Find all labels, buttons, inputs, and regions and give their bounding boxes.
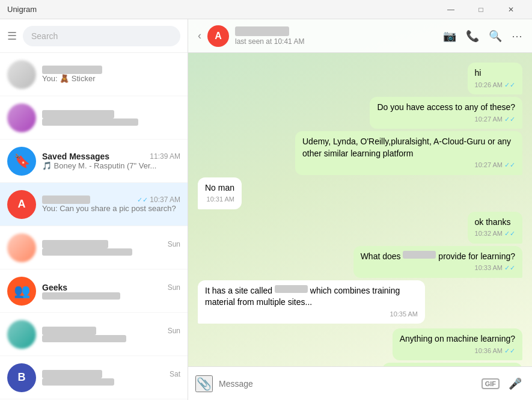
- chat-time: Sat: [170, 370, 180, 378]
- avatar: 🔖: [7, 147, 36, 176]
- chat-info: Sat: [42, 370, 180, 386]
- chat-name: [42, 240, 108, 248]
- mic-button[interactable]: 🎤: [506, 374, 525, 393]
- chat-info: Sun: [42, 240, 180, 256]
- call-icon[interactable]: 📞: [466, 29, 479, 43]
- avatar: 👥: [7, 277, 36, 306]
- chat-item[interactable]: You: 🧸 Sticker: [0, 53, 188, 96]
- search-box[interactable]: Search: [23, 26, 180, 46]
- message-bubble: Can you share a pic post search? 10:37 A…: [382, 363, 522, 366]
- message-ticks: ✓✓: [504, 161, 515, 170]
- message-ticks: ✓✓: [504, 346, 515, 355]
- message-bubble: hi 10:26 AM ✓✓: [468, 63, 522, 94]
- message-time: 10:36 AM: [475, 346, 503, 355]
- titlebar: Unigram — □ ✕: [0, 0, 532, 19]
- chat-name: [42, 66, 102, 74]
- avatar: [7, 103, 36, 132]
- more-options-icon[interactable]: ⋯: [512, 29, 522, 43]
- chat-name: [42, 195, 90, 204]
- message-bubble: No man 10:31 AM: [198, 177, 242, 209]
- sidebar-header: ☰ Search: [0, 19, 188, 53]
- messages-area: hi 10:26 AM ✓✓ Do you have access to any…: [188, 53, 532, 366]
- chat-preview: You: Can you share a pic post search?: [42, 204, 180, 213]
- chat-time: Sun: [168, 240, 180, 248]
- chat-time: 11:39 AM: [150, 152, 180, 161]
- message-text: ok thanks: [475, 217, 511, 227]
- message-text: provide for learning?: [436, 251, 515, 261]
- message-time: 10:33 AM: [475, 263, 503, 272]
- avatar: A: [7, 190, 36, 219]
- chat-time: Sun: [168, 283, 180, 292]
- chat-item[interactable]: [0, 96, 188, 140]
- message-time: 10:32 AM: [475, 229, 503, 238]
- avatar: B: [7, 363, 36, 392]
- message-bubble: Do you have access to any of these? 10:2…: [370, 97, 522, 129]
- avatar: [7, 233, 36, 262]
- minimize-button[interactable]: —: [437, 0, 465, 19]
- menu-icon[interactable]: ☰: [7, 29, 17, 43]
- video-call-icon[interactable]: 📷: [443, 29, 456, 43]
- chat-info: ✓✓ 10:37 AM You: Can you share a pic pos…: [42, 195, 180, 213]
- attach-button[interactable]: 📎: [195, 375, 213, 392]
- message-ticks: ✓✓: [504, 115, 515, 124]
- message-text: No man: [205, 183, 234, 192]
- app-title: Unigram: [7, 5, 37, 14]
- message-bubble: It has a site called which combines trai…: [198, 280, 425, 324]
- message-ticks: ✓✓: [504, 81, 515, 90]
- chat-name: [42, 110, 114, 118]
- chat-name: Saved Messages: [42, 152, 109, 161]
- message-bubble: ok thanks 10:32 AM ✓✓: [468, 212, 522, 244]
- chat-list: You: 🧸 Sticker 🔖: [0, 53, 188, 400]
- chat-item[interactable]: Sun: [0, 313, 188, 356]
- chat-area: ‹ A last seen at 10:41 AM 📷 📞 🔍 ⋯ hi 10:…: [188, 19, 532, 400]
- chat-time: ✓✓ 10:37 AM: [137, 195, 180, 204]
- message-time: 10:27 AM: [475, 161, 503, 170]
- chat-item-saved-messages[interactable]: 🔖 Saved Messages 11:39 AM 🎵 Boney M. - R…: [0, 140, 188, 183]
- message-time: 10:31 AM: [207, 195, 234, 204]
- chat-name: [42, 370, 102, 378]
- search-placeholder: Search: [31, 31, 58, 41]
- message-text: What does: [361, 251, 403, 261]
- message-text: Anything on machine learning?: [400, 334, 515, 343]
- chat-name: [42, 327, 96, 335]
- search-icon[interactable]: 🔍: [489, 29, 502, 43]
- chat-info: Sun: [42, 327, 180, 342]
- contact-name: [235, 26, 289, 36]
- chat-info: You: 🧸 Sticker: [42, 66, 180, 83]
- contact-status: last seen at 10:41 AM: [235, 37, 437, 46]
- message-bubble: Anything on machine learning? 10:36 AM ✓…: [393, 328, 522, 360]
- message-ticks: ✓✓: [504, 229, 515, 238]
- contact-avatar: A: [207, 25, 229, 47]
- contact-info: last seen at 10:41 AM: [235, 26, 437, 46]
- chat-info: Geeks Sun: [42, 283, 180, 300]
- sidebar: ☰ Search You: 🧸 Sticker: [0, 19, 188, 400]
- chat-item[interactable]: B Sat: [0, 356, 188, 399]
- avatar: [7, 60, 36, 89]
- chat-item-active[interactable]: A ✓✓ 10:37 AM You: Can you share a pic p…: [0, 183, 188, 226]
- chat-preview: 🎵 Boney M. - Rasputin (7" Ver...: [42, 161, 180, 170]
- message-input[interactable]: [219, 372, 475, 395]
- chat-item-geeks[interactable]: 👥 Geeks Sun: [0, 269, 188, 313]
- gif-button[interactable]: GIF: [482, 378, 500, 389]
- maximize-button[interactable]: □: [467, 0, 495, 19]
- message-text: It has a site called: [205, 286, 275, 295]
- message-ticks: ✓✓: [504, 263, 515, 272]
- chat-name: Geeks: [42, 283, 67, 292]
- message-time: 10:26 AM: [475, 81, 503, 90]
- close-button[interactable]: ✕: [497, 0, 525, 19]
- chat-item[interactable]: Sun: [0, 226, 188, 269]
- message-time: 10:35 AM: [390, 310, 418, 319]
- chat-header: ‹ A last seen at 10:41 AM 📷 📞 🔍 ⋯: [188, 19, 532, 53]
- app-body: ☰ Search You: 🧸 Sticker: [0, 19, 532, 400]
- message-time: 10:27 AM: [475, 115, 503, 124]
- back-button[interactable]: ‹: [198, 29, 201, 42]
- message-bubble: Udemy, Lynda, O'Reilly,pluralsight, A-Cl…: [295, 131, 522, 175]
- avatar: [7, 320, 36, 349]
- message-text: Udemy, Lynda, O'Reilly,pluralsight, A-Cl…: [302, 137, 511, 158]
- chat-info: Saved Messages 11:39 AM 🎵 Boney M. - Ras…: [42, 152, 180, 170]
- message-text: Do you have access to any of these?: [377, 102, 515, 112]
- message-text: hi: [475, 68, 482, 78]
- chat-preview: [42, 118, 180, 126]
- chat-info: [42, 110, 180, 126]
- message-input-area: 📎 GIF 🎤: [188, 366, 532, 400]
